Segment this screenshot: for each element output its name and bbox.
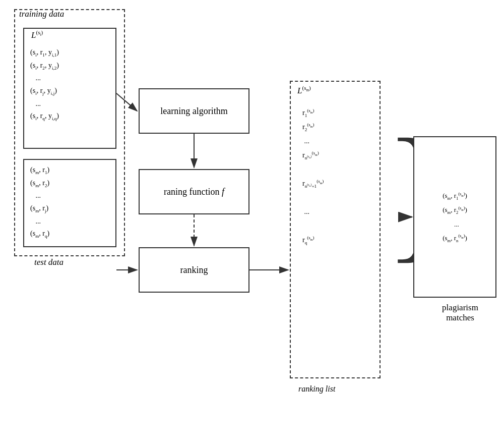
plagiarism-content: (sm, r1(sm)) (sm, r2(sm)) ... (sm, rn(sm… <box>443 189 467 245</box>
diagram: training data L(si) (si, r1, yi,1) (si, … <box>0 0 504 444</box>
learning-algorithm-label: learning algorithm <box>160 106 227 117</box>
ranking-box: ranking <box>139 247 249 293</box>
ranking-function-label: raning function f <box>164 187 224 197</box>
plagiarism-label: plagiarismmatches <box>422 303 498 323</box>
plagiarism-box: (sm, r1(sm)) (sm, r2(sm)) ... (sm, rn(sm… <box>413 136 496 298</box>
ranking-label: ranking <box>180 265 208 275</box>
ranking-list-content: r1(sm) r2(sm) ... rn(sm)(sm) rn(sm)+1(sm… <box>302 106 324 247</box>
training-bottom-content: (sm, r1) (sm, r2) ... (sm, rj) ... (sm, … <box>30 164 49 241</box>
learning-algorithm-box: learning algorithm <box>139 88 249 134</box>
L-sm-label: L(sm) <box>297 85 311 96</box>
ranking-function-box: raning function f <box>139 169 249 214</box>
test-data-label: test data <box>34 257 64 267</box>
ranking-list-footer: ranking list <box>298 384 335 394</box>
training-top-content: (si, r1, yi,1) (si, r2, yi,2) ... (si, r… <box>30 46 59 123</box>
